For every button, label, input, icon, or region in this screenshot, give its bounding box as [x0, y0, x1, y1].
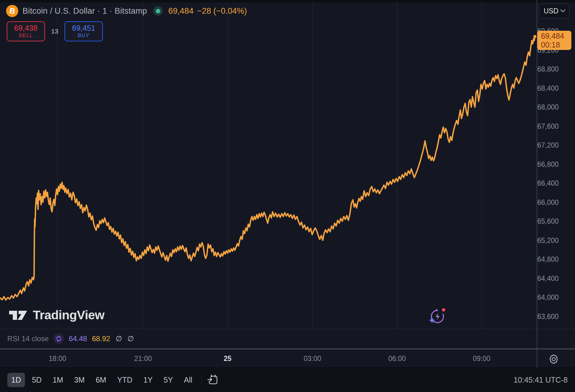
price-axis-label: 65,200 [537, 236, 571, 244]
rsi-indicator-title[interactable]: RSI 14 close [7, 334, 49, 343]
toolbar-divider [201, 374, 201, 386]
range-button-6m[interactable]: 6M [92, 373, 110, 387]
calendar-arrow-icon [207, 374, 218, 385]
time-axis[interactable]: 18:0021:002503:0006:0009:00 [0, 349, 537, 367]
range-button-1m[interactable]: 1M [49, 373, 67, 387]
range-button-ytd[interactable]: YTD [113, 373, 136, 387]
last-price-label-value: 69,484 [541, 32, 571, 40]
currency-value: USD [544, 7, 559, 15]
price-line-series [0, 37, 535, 300]
date-range-buttons: 1D5D1M3M6MYTD1Y5YAll [7, 373, 196, 387]
time-axis-label: 25 [224, 354, 232, 362]
gear-icon [548, 353, 560, 365]
rsi-refresh-button[interactable] [54, 334, 64, 344]
price-axis-label: 67,600 [537, 122, 571, 130]
rsi-indicator-row: RSI 14 close 64.48 68.92 ∅ ∅ [0, 329, 575, 348]
price-axis-label: 68,800 [537, 65, 571, 73]
price-axis-label: 64,000 [537, 293, 571, 302]
last-price-dot [533, 35, 536, 38]
window-top-edge [0, 0, 575, 2]
price-axis-label: 68,400 [537, 84, 571, 92]
rsi-upper-band-empty: ∅ [116, 334, 122, 343]
rsi-value: 64.48 [69, 334, 87, 343]
price-axis-label: 64,400 [537, 274, 571, 282]
trade-panel: 69,438 SELL 13 69,451 BUY [7, 21, 103, 41]
last-price: 69,484 [168, 6, 193, 16]
price-axis-label: 64,800 [537, 255, 571, 264]
symbol-title[interactable]: Bitcoin / U.S. Dollar · 1 · Bitstamp [23, 6, 147, 16]
range-button-1y[interactable]: 1Y [139, 373, 157, 387]
last-price-label: 69,484 00:18 [537, 31, 571, 50]
range-button-1d[interactable]: 1D [7, 373, 25, 387]
price-chart-canvas[interactable] [0, 0, 537, 329]
range-button-5y[interactable]: 5Y [160, 373, 177, 387]
tradingview-chart-window: B Bitcoin / U.S. Dollar · 1 · Bitstamp 6… [0, 0, 575, 392]
currency-dropdown[interactable]: USD [539, 4, 570, 18]
price-axis-label: 66,400 [537, 179, 571, 187]
tradingview-watermark[interactable]: TradingView [9, 308, 104, 322]
price-axis-label: 65,600 [537, 217, 571, 226]
buy-button[interactable]: 69,451 BUY [64, 21, 103, 41]
sell-button[interactable]: 69,438 SELL [7, 21, 45, 41]
sell-price: 69,438 [14, 24, 37, 32]
spread-value: 13 [45, 28, 64, 35]
time-axis-label: 18:00 [49, 354, 66, 362]
price-axis-label: 66,000 [537, 198, 571, 206]
bar-countdown: 00:18 [541, 40, 571, 49]
price-axis-label: 68,000 [537, 103, 571, 111]
range-button-all[interactable]: All [180, 373, 196, 387]
price-change: −28 (−0.04%) [197, 6, 247, 16]
range-button-3m[interactable]: 3M [70, 373, 89, 387]
sparkle-refresh-icon [428, 306, 446, 326]
rsi-ma-value: 68.92 [92, 334, 110, 343]
time-axis-label: 09:00 [473, 354, 490, 362]
time-axis-label: 06:00 [388, 354, 406, 362]
rsi-lower-band-empty: ∅ [127, 334, 134, 343]
go-to-date-button[interactable] [206, 373, 219, 387]
bottom-toolbar: 1D5D1M3M6MYTD1Y5YAll 10:45:41 UTC-8 [0, 367, 575, 392]
buy-label: BUY [78, 32, 89, 39]
tradingview-logo-icon [9, 308, 28, 322]
chevron-down-icon [560, 9, 566, 13]
pane-divider-handle[interactable] [0, 348, 575, 349]
vertical-gridlines [58, 0, 482, 329]
clock-utc[interactable]: 10:45:41 UTC-8 [514, 376, 568, 384]
tradingview-wordmark: TradingView [33, 308, 104, 322]
ai-assistant-button[interactable] [428, 306, 446, 327]
time-axis-label: 03:00 [304, 354, 321, 362]
symbol-header: B Bitcoin / U.S. Dollar · 1 · Bitstamp 6… [6, 5, 247, 17]
price-axis-label: 66,800 [537, 160, 571, 168]
time-axis-label: 21:00 [134, 354, 152, 362]
price-readout: 69,484 −28 (−0.04%) [168, 6, 247, 16]
axis-settings-button[interactable] [548, 353, 560, 365]
sell-label: SELL [19, 32, 33, 39]
bitcoin-logo-icon: B [6, 5, 18, 17]
buy-price: 69,451 [72, 24, 95, 32]
price-axis-label: 63,600 [537, 312, 571, 320]
market-status-icon[interactable] [153, 6, 163, 16]
price-axis-label: 67,200 [537, 141, 571, 149]
range-button-5d[interactable]: 5D [28, 373, 46, 387]
refresh-icon [55, 335, 62, 342]
price-axis-border [537, 0, 537, 367]
